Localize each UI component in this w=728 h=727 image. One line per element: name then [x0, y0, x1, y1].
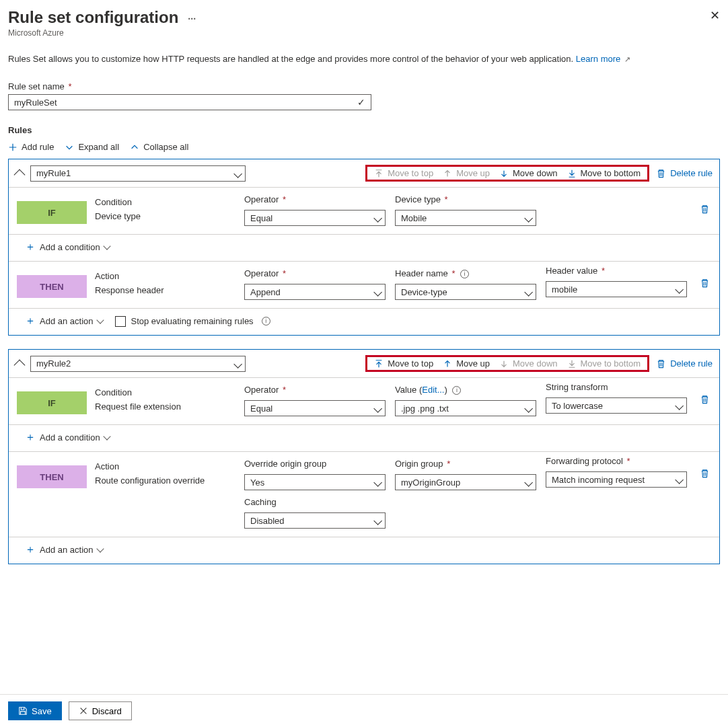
forwarding-protocol-label: Forwarding protocol *	[546, 456, 687, 466]
collapse-all-button[interactable]: Collapse all	[130, 142, 188, 152]
override-origin-label: Override origin group	[244, 459, 386, 469]
then-badge: THEN	[17, 275, 87, 298]
operator-label: Operator *	[244, 268, 386, 278]
rule-card: myRule1 Move to top Move up Move down Mo…	[8, 159, 720, 336]
add-condition-button[interactable]: ＋Add a condition	[25, 240, 110, 254]
collapse-icon[interactable]	[14, 169, 26, 180]
rules-section-title: Rules	[8, 125, 720, 135]
rule-set-name-input[interactable]: myRuleSet	[8, 94, 371, 110]
origin-group-select[interactable]: myOriginGroup	[395, 474, 536, 490]
header-name-select[interactable]: Device-type	[395, 284, 536, 300]
move-to-top-button: Move to top	[374, 168, 433, 178]
collapse-icon[interactable]	[14, 359, 26, 371]
info-icon[interactable]: i	[452, 386, 461, 395]
rule-name-select[interactable]: myRule2	[30, 356, 246, 372]
action-subtitle: Response header	[95, 285, 236, 295]
add-condition-button[interactable]: ＋Add a condition	[25, 430, 110, 445]
then-badge: THEN	[17, 465, 87, 488]
stop-evaluating-label: Stop evaluating remaining rules	[131, 316, 254, 326]
move-up-button[interactable]: Move up	[443, 358, 490, 369]
header-value-label: Header value *	[546, 266, 687, 276]
caching-label: Caching	[244, 497, 386, 507]
page-title: Rule set configuration···	[8, 8, 196, 27]
add-action-button[interactable]: ＋Add an action	[25, 314, 103, 328]
move-controls: Move to top Move up Move down Move to bo…	[365, 355, 649, 372]
move-down-button: Move down	[499, 358, 557, 369]
move-to-bottom-button: Move to bottom	[567, 358, 641, 369]
add-action-button[interactable]: ＋Add an action	[25, 543, 103, 557]
caching-select[interactable]: Disabled	[244, 512, 386, 529]
string-transform-label: String transform	[546, 382, 687, 392]
operator-label: Operator *	[244, 194, 386, 204]
operator-select[interactable]: Equal	[244, 210, 386, 226]
move-to-bottom-button[interactable]: Move to bottom	[567, 168, 641, 178]
header-value-select[interactable]: mobile	[546, 281, 687, 297]
move-down-button[interactable]: Move down	[499, 168, 557, 178]
description: Rules Set allows you to customize how HT…	[8, 54, 720, 64]
delete-action-icon[interactable]	[700, 468, 710, 479]
condition-label: Condition	[95, 197, 236, 207]
chevron-down-icon	[103, 432, 110, 440]
more-icon[interactable]: ···	[188, 13, 196, 24]
info-icon[interactable]: i	[262, 317, 270, 326]
rule-set-name-label: Rule set name *	[8, 81, 720, 91]
delete-action-icon[interactable]	[700, 278, 710, 289]
stop-evaluating-checkbox[interactable]	[115, 316, 126, 327]
value-select[interactable]: .jpg .png .txt	[395, 400, 536, 416]
chevron-down-icon	[96, 316, 104, 323]
action-operator-select[interactable]: Append	[244, 284, 386, 300]
if-badge: IF	[17, 201, 87, 224]
move-controls: Move to top Move up Move down Move to bo…	[365, 165, 649, 182]
close-button[interactable]: ✕	[710, 8, 720, 23]
chevron-down-icon	[96, 545, 104, 552]
header-name-label: Header name * i	[395, 268, 536, 278]
condition-label: Condition	[95, 387, 236, 397]
external-link-icon: ↗	[624, 55, 630, 63]
action-label: Action	[95, 271, 236, 281]
operator-label: Operator *	[244, 385, 386, 395]
override-origin-select[interactable]: Yes	[244, 474, 386, 490]
move-up-button: Move up	[443, 168, 490, 178]
operator-select[interactable]: Equal	[244, 400, 386, 416]
rule-card: myRule2 Move to top Move up Move down Mo…	[8, 349, 720, 564]
delete-condition-icon[interactable]	[700, 204, 710, 215]
add-rule-button[interactable]: Add rule	[8, 142, 54, 152]
chevron-down-icon	[103, 242, 110, 250]
delete-rule-button[interactable]: Delete rule	[656, 358, 713, 369]
rule-name-select[interactable]: myRule1	[30, 165, 246, 182]
action-subtitle: Route configuration override	[95, 475, 236, 486]
action-label: Action	[95, 461, 236, 471]
device-type-label: Device type *	[395, 194, 536, 204]
condition-subtitle: Request file extension	[95, 401, 236, 412]
forwarding-protocol-select[interactable]: Match incoming request	[546, 471, 687, 488]
device-type-select[interactable]: Mobile	[395, 210, 536, 226]
condition-subtitle: Device type	[95, 211, 236, 221]
edit-value-link[interactable]: Edit...	[422, 385, 444, 395]
if-badge: IF	[17, 391, 87, 414]
info-icon[interactable]: i	[460, 270, 469, 278]
move-to-top-button[interactable]: Move to top	[374, 358, 433, 369]
origin-group-label: Origin group *	[395, 459, 536, 469]
delete-condition-icon[interactable]	[700, 394, 710, 405]
delete-rule-button[interactable]: Delete rule	[656, 168, 713, 179]
learn-more-link[interactable]: Learn more	[576, 54, 620, 64]
string-transform-select[interactable]: To lowercase	[546, 397, 687, 414]
page-subtitle: Microsoft Azure	[8, 28, 196, 38]
expand-all-button[interactable]: Expand all	[65, 142, 119, 152]
value-label: Value (Edit...) i	[395, 385, 536, 395]
